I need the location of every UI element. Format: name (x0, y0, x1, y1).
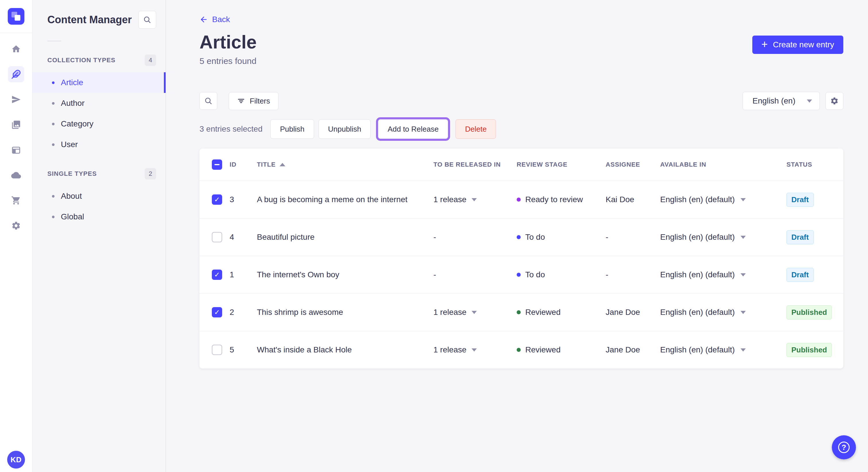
row-checkbox[interactable] (212, 270, 222, 280)
cell-available-in[interactable]: English (en) (default) (657, 233, 784, 242)
cell-title: This shrimp is awesome (257, 308, 433, 317)
settings-gear-icon[interactable] (8, 217, 24, 234)
cell-available-in[interactable]: English (en) (default) (657, 270, 784, 279)
status-badge: Draft (786, 230, 814, 244)
user-avatar[interactable]: KD (7, 451, 25, 469)
locale-select[interactable]: English (en) (743, 92, 820, 110)
table-body: 3 A bug is becoming a meme on the intern… (199, 181, 843, 369)
cloud-icon[interactable] (8, 167, 24, 183)
cell-available-in[interactable]: English (en) (default) (657, 308, 784, 317)
column-header-stage: REVIEW STAGE (517, 161, 606, 168)
cell-id: 5 (229, 345, 257, 355)
cell-title: What's inside a Black Hole (257, 345, 433, 355)
publish-button[interactable]: Publish (270, 119, 314, 139)
question-mark-icon: ? (838, 442, 849, 453)
content-manager-icon[interactable] (8, 66, 24, 82)
sidebar-item-author[interactable]: Author (32, 93, 166, 113)
stage-dot-icon (517, 198, 521, 202)
sidebar-item-user[interactable]: User (32, 134, 166, 155)
sidebar-item-category[interactable]: Category (32, 113, 166, 134)
cell-assignee: Kai Doe (606, 195, 657, 204)
column-header-available: AVAILABLE IN (657, 161, 784, 168)
cell-id: 1 (229, 270, 257, 279)
gear-icon (830, 97, 839, 105)
column-header-assignee: ASSIGNEE (606, 161, 657, 168)
cell-available-in[interactable]: English (en) (default) (657, 195, 784, 204)
help-button[interactable]: ? (832, 435, 856, 460)
back-link[interactable]: Back (199, 15, 230, 24)
chevron-down-icon (472, 198, 477, 201)
cell-review-stage: Reviewed (517, 308, 606, 317)
marketplace-cart-icon[interactable] (8, 193, 24, 208)
column-header-id: ID (229, 161, 257, 168)
nav-rail: KD (0, 0, 32, 472)
content-type-builder-icon[interactable] (8, 142, 24, 158)
status-badge: Published (786, 305, 832, 319)
chevron-down-icon (741, 198, 746, 201)
cell-title: Beautiful picture (257, 233, 433, 242)
table-row[interactable]: 3 A bug is becoming a meme on the intern… (199, 181, 843, 218)
add-to-release-button[interactable]: Add to Release (378, 119, 448, 139)
row-checkbox[interactable] (212, 307, 222, 317)
select-all-checkbox[interactable] (212, 160, 222, 170)
column-header-status: STATUS (784, 161, 843, 168)
filters-button[interactable]: Filters (229, 92, 278, 110)
cell-release[interactable]: 1 release (433, 308, 517, 317)
bullet-icon (52, 195, 55, 198)
stage-dot-icon (517, 273, 521, 277)
sidebar-item-global[interactable]: Global (32, 206, 166, 227)
stage-dot-icon (517, 235, 521, 239)
row-checkbox[interactable] (212, 232, 222, 242)
cell-release[interactable]: 1 release (433, 195, 517, 204)
cell-available-in[interactable]: English (en) (default) (657, 345, 784, 355)
single-types-list: About Global (32, 186, 166, 227)
chevron-down-icon (741, 273, 746, 276)
home-icon[interactable] (8, 41, 24, 57)
view-settings-button[interactable] (826, 92, 843, 110)
cell-assignee: - (606, 233, 657, 242)
releases-icon[interactable] (8, 92, 24, 107)
page-title: Article (199, 32, 257, 52)
stage-dot-icon (517, 310, 521, 314)
entries-count: 5 entries found (199, 56, 257, 66)
strapi-logo[interactable] (8, 8, 24, 25)
cell-review-stage: To do (517, 233, 606, 242)
create-new-entry-button[interactable]: + Create new entry (752, 36, 843, 54)
filter-icon (237, 97, 245, 105)
delete-button[interactable]: Delete (456, 119, 496, 139)
column-header-title[interactable]: TITLE (257, 161, 433, 168)
cell-release[interactable]: 1 release (433, 345, 517, 355)
table-row[interactable]: 5 What's inside a Black Hole 1 release R… (199, 331, 843, 369)
media-library-icon[interactable] (8, 117, 24, 133)
cell-assignee: - (606, 270, 657, 279)
sidebar-divider (48, 41, 61, 41)
cell-assignee: Jane Doe (606, 345, 657, 355)
table-row[interactable]: 4 Beautiful picture - To do - English (e… (199, 218, 843, 256)
row-checkbox[interactable] (212, 345, 222, 355)
chevron-down-icon (807, 100, 812, 103)
table-row[interactable]: 2 This shrimp is awesome 1 release Revie… (199, 293, 843, 331)
bullet-icon (52, 123, 55, 125)
sidebar-title: Content Manager (48, 14, 132, 26)
main-content: Back Article 5 entries found + Create ne… (166, 0, 868, 472)
search-icon (143, 15, 152, 24)
sidebar-item-article[interactable]: Article (32, 72, 166, 93)
sort-asc-icon (280, 163, 285, 166)
status-badge: Draft (786, 268, 814, 282)
selected-count-text: 3 entries selected (199, 125, 262, 134)
unpublish-button[interactable]: Unpublish (319, 119, 371, 139)
bullet-icon (52, 102, 55, 105)
status-badge: Draft (786, 193, 814, 207)
cell-release[interactable]: - (433, 270, 517, 279)
sidebar-search-button[interactable] (138, 11, 156, 29)
cell-title: A bug is becoming a meme on the internet (257, 195, 433, 204)
sidebar-item-about[interactable]: About (32, 186, 166, 206)
cell-release[interactable]: - (433, 233, 517, 242)
collection-types-list: Article Author Category User (32, 72, 166, 155)
bullet-icon (52, 143, 55, 146)
table-search-button[interactable] (199, 92, 217, 110)
table-row[interactable]: 1 The internet's Own boy - To do - Engli… (199, 256, 843, 293)
stage-dot-icon (517, 348, 521, 352)
row-checkbox[interactable] (212, 194, 222, 205)
collection-types-label: COLLECTION TYPES (48, 57, 115, 64)
